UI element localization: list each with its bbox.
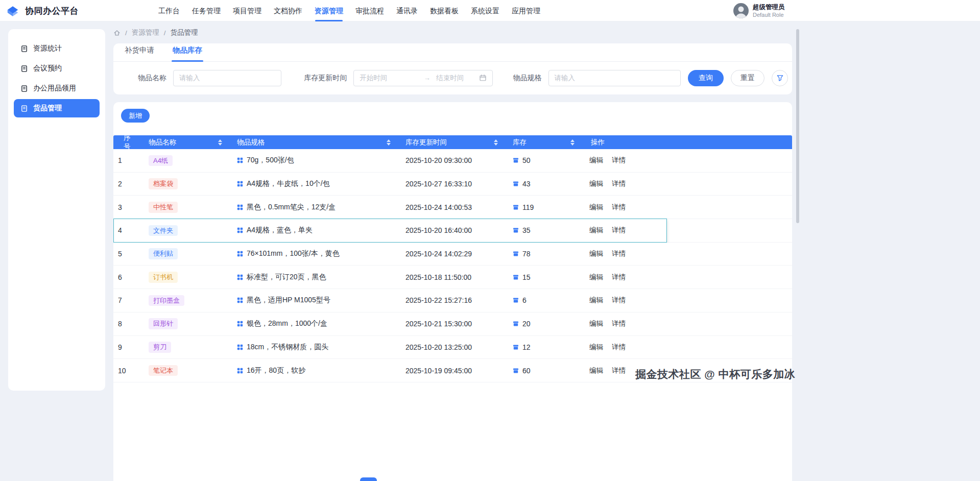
arrow-right-icon: → [420, 74, 434, 82]
stock-value: 6 [522, 296, 527, 304]
edit-link[interactable]: 编辑 [589, 179, 603, 188]
reset-button[interactable]: 重置 [731, 70, 764, 86]
tab-item-inventory[interactable]: 物品库存 [173, 45, 202, 61]
sidebar-item-meeting-booking[interactable]: 会议预约 [14, 59, 100, 78]
item-spec: 银色，28mm，1000个/盒 [247, 319, 327, 328]
table-row[interactable]: 9 剪刀 18cm，不锈钢材质，圆头 2025-10-20 13:25:00 1… [113, 336, 792, 359]
detail-link[interactable]: 详情 [612, 179, 626, 188]
table-body: 1 A4纸 70g，500张/包 2025-10-20 09:30:00 50 … [113, 149, 792, 382]
detail-link[interactable]: 详情 [612, 296, 626, 305]
sort-icon[interactable] [570, 139, 575, 146]
table-header: 序号 物品名称 物品规格 库存更新时间 库存 操作 [113, 135, 792, 149]
row-index: 4 [113, 226, 144, 234]
table-row[interactable]: 7 打印墨盒 黑色，适用HP M1005型号 2025-10-22 15:27:… [113, 289, 792, 312]
stock-time: 2025-10-18 11:50:00 [401, 273, 508, 281]
edit-link[interactable]: 编辑 [589, 296, 603, 305]
breadcrumb-parent[interactable]: 资源管理 [132, 28, 159, 37]
nav-item-settings[interactable]: 系统设置 [471, 0, 499, 21]
row-index: 6 [113, 273, 144, 281]
edit-link[interactable]: 编辑 [589, 156, 603, 165]
item-spec: 76×101mm，100张/本，黄色 [247, 249, 340, 258]
edit-link[interactable]: 编辑 [589, 226, 603, 235]
sidebar-item-supplies[interactable]: 办公用品领用 [14, 79, 100, 98]
nav-item-resources[interactable]: 资源管理 [315, 0, 343, 21]
nav-item-approvals[interactable]: 审批流程 [355, 0, 384, 21]
item-spec: A4规格，蓝色，单夹 [247, 226, 313, 235]
filter-row: 物品名称 库存更新时间 开始时间 → 结束时间 物品规格 查询 重置 [113, 62, 792, 94]
item-spec: 18cm，不锈钢材质，圆头 [247, 343, 328, 352]
nav-item-tasks[interactable]: 任务管理 [192, 0, 221, 21]
nav-item-projects[interactable]: 项目管理 [233, 0, 261, 21]
detail-link[interactable]: 详情 [612, 249, 626, 258]
brand[interactable]: 协同办公平台 [5, 0, 79, 21]
sort-icon[interactable] [218, 139, 222, 146]
nav-item-docs[interactable]: 文档协作 [274, 0, 302, 21]
sort-icon[interactable] [387, 139, 391, 146]
row-index: 3 [113, 203, 144, 211]
detail-link[interactable]: 详情 [612, 226, 626, 235]
search-button[interactable]: 查询 [688, 70, 724, 86]
detail-link[interactable]: 详情 [612, 273, 626, 282]
breadcrumb: / 资源管理 / 货品管理 [113, 27, 792, 39]
table-row[interactable]: 2 档案袋 A4规格，牛皮纸，10个/包 2025-10-27 16:33:10… [113, 173, 792, 196]
stock-value: 60 [522, 367, 531, 375]
stock-time: 2025-10-21 15:30:00 [401, 320, 508, 328]
edit-link[interactable]: 编辑 [589, 319, 603, 328]
sidebar-item-resource-stats[interactable]: 资源统计 [14, 39, 100, 58]
document-icon [20, 65, 28, 73]
detail-link[interactable]: 详情 [612, 319, 626, 328]
tab-restock-request[interactable]: 补货申请 [125, 45, 154, 61]
box-icon [513, 251, 519, 257]
grid-icon [237, 181, 243, 187]
edit-link[interactable]: 编辑 [589, 273, 603, 282]
table-row[interactable]: 1 A4纸 70g，500张/包 2025-10-20 09:30:00 50 … [113, 149, 792, 173]
detail-link[interactable]: 详情 [612, 156, 626, 165]
home-icon[interactable] [113, 29, 121, 36]
detail-link[interactable]: 详情 [612, 203, 626, 212]
detail-link[interactable]: 详情 [612, 343, 626, 352]
box-icon [513, 204, 519, 210]
nav-item-workbench[interactable]: 工作台 [158, 0, 180, 21]
end-time-placeholder[interactable]: 结束时间 [434, 74, 476, 83]
edit-link[interactable]: 编辑 [589, 203, 603, 212]
item-name-input[interactable] [173, 70, 281, 86]
table-row[interactable]: 8 回形针 银色，28mm，1000个/盒 2025-10-21 15:30:0… [113, 312, 792, 336]
box-icon [513, 368, 519, 374]
edit-link[interactable]: 编辑 [589, 249, 603, 258]
breadcrumb-current: 货品管理 [171, 28, 198, 37]
item-spec: 70g，500张/包 [247, 156, 294, 165]
table-row-selected[interactable]: 4 文件夹 A4规格，蓝色，单夹 2025-10-20 16:40:00 35 … [113, 219, 792, 243]
nav-item-dashboard[interactable]: 数据看板 [430, 0, 459, 21]
add-button[interactable]: 新增 [121, 109, 150, 123]
stock-time: 2025-10-20 16:40:00 [401, 226, 508, 234]
user-avatar [733, 3, 749, 18]
filter-toggle-button[interactable] [772, 70, 788, 86]
start-time-placeholder[interactable]: 开始时间 [360, 74, 420, 83]
date-range-picker[interactable]: 开始时间 → 结束时间 [353, 70, 492, 86]
item-spec-input[interactable] [548, 70, 681, 86]
watermark: 掘金技术社区 @ 中杯可乐多加冰 [635, 367, 795, 381]
row-index: 2 [113, 180, 144, 188]
nav-item-contacts[interactable]: 通讯录 [396, 0, 418, 21]
edit-link[interactable]: 编辑 [589, 366, 603, 375]
stock-value: 119 [522, 203, 534, 211]
table-row[interactable]: 3 中性笔 黑色，0.5mm笔尖，12支/盒 2025-10-24 14:00:… [113, 196, 792, 219]
pagination-active-page[interactable] [360, 477, 377, 481]
sort-icon[interactable] [494, 139, 498, 146]
table-row[interactable]: 6 订书机 标准型，可订20页，黑色 2025-10-18 11:50:00 1… [113, 266, 792, 289]
funnel-icon [776, 74, 784, 82]
item-spec: 黑色，适用HP M1005型号 [247, 296, 330, 305]
table-row[interactable]: 5 便利贴 76×101mm，100张/本，黄色 2025-10-24 14:0… [113, 243, 792, 266]
scrollbar-thumb[interactable] [796, 29, 799, 223]
box-icon [513, 181, 519, 187]
grid-icon [237, 297, 243, 303]
grid-icon [237, 204, 243, 210]
box-icon [513, 157, 519, 163]
top-navbar: 协同办公平台 工作台 任务管理 项目管理 文档协作 资源管理 审批流程 通讯录 … [0, 0, 980, 21]
detail-link[interactable]: 详情 [612, 366, 626, 375]
item-spec-label: 物品规格 [513, 74, 542, 83]
edit-link[interactable]: 编辑 [589, 343, 603, 352]
nav-item-apps[interactable]: 应用管理 [512, 0, 540, 21]
user-menu[interactable]: 超级管理员 Default Role [733, 0, 785, 21]
sidebar-item-goods-management[interactable]: 货品管理 [14, 99, 100, 117]
